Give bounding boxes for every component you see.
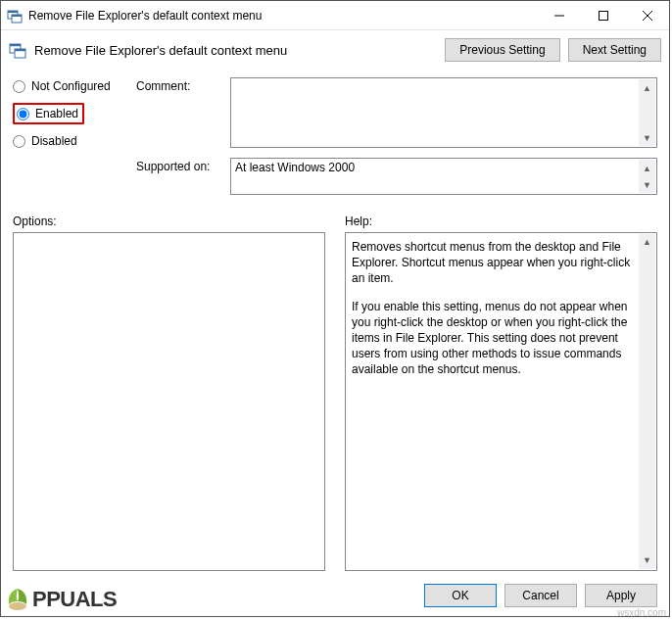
maximize-button[interactable] xyxy=(581,1,625,29)
scroll-up-icon[interactable]: ▲ xyxy=(639,160,655,176)
options-label: Options: xyxy=(13,215,325,228)
supported-on-value: At least Windows 2000 xyxy=(235,161,355,174)
radio-disabled-input[interactable] xyxy=(13,135,25,148)
svg-rect-11 xyxy=(15,49,25,51)
radio-disabled[interactable]: Disabled xyxy=(13,134,130,148)
radio-enabled-input[interactable] xyxy=(17,108,29,120)
radio-disabled-label: Disabled xyxy=(31,134,77,148)
previous-setting-button[interactable]: Previous Setting xyxy=(445,38,559,62)
window-title: Remove File Explorer's default context m… xyxy=(28,9,537,23)
brand-text: PPUALS xyxy=(32,587,117,612)
options-box xyxy=(13,232,325,571)
svg-rect-5 xyxy=(599,11,607,20)
radio-enabled[interactable]: Enabled xyxy=(13,103,84,124)
svg-rect-3 xyxy=(12,15,22,17)
policy-title: Remove File Explorer's default context m… xyxy=(34,43,437,58)
dialog-window: Remove File Explorer's default context m… xyxy=(0,0,670,617)
radio-enabled-label: Enabled xyxy=(35,107,78,120)
state-radio-group: Not Configured Enabled Disabled xyxy=(13,77,130,195)
help-paragraph: Removes shortcut menus from the desktop … xyxy=(352,239,635,287)
comment-textarea[interactable]: ▲ ▼ xyxy=(230,77,657,148)
help-paragraph: If you enable this setting, menus do not… xyxy=(352,299,635,378)
svg-point-12 xyxy=(9,602,26,610)
radio-not-configured-label: Not Configured xyxy=(31,79,111,93)
scroll-down-icon[interactable]: ▼ xyxy=(639,552,655,569)
scroll-down-icon[interactable]: ▼ xyxy=(639,129,655,146)
scroll-up-icon[interactable]: ▲ xyxy=(639,234,655,251)
policy-icon xyxy=(9,41,26,59)
dialog-footer: OK Cancel Apply PPUALS xyxy=(1,575,669,616)
scroll-up-icon[interactable]: ▲ xyxy=(639,79,655,96)
cancel-button[interactable]: Cancel xyxy=(504,584,577,607)
scrollbar[interactable]: ▲ ▼ xyxy=(639,79,655,146)
help-box: Removes shortcut menus from the desktop … xyxy=(345,232,657,571)
scrollbar[interactable]: ▲ ▼ xyxy=(639,234,655,569)
source-watermark: wsxdn.com xyxy=(617,607,666,618)
comment-label: Comment: xyxy=(136,77,224,93)
svg-rect-1 xyxy=(8,11,18,13)
titlebar: Remove File Explorer's default context m… xyxy=(1,1,669,30)
svg-rect-9 xyxy=(10,44,21,46)
minimize-button[interactable] xyxy=(537,1,581,29)
radio-not-configured-input[interactable] xyxy=(13,80,25,93)
lower-panels: Options: Help: Removes shortcut menus fr… xyxy=(1,201,669,575)
brand-watermark: PPUALS xyxy=(5,587,117,612)
radio-not-configured[interactable]: Not Configured xyxy=(13,79,130,93)
settings-grid: Not Configured Enabled Disabled Comment:… xyxy=(1,70,669,201)
policy-icon xyxy=(7,8,23,24)
supported-on-label: Supported on: xyxy=(136,154,224,195)
apply-button[interactable]: Apply xyxy=(585,584,657,607)
scrollbar[interactable]: ▲ ▼ xyxy=(639,160,655,193)
scroll-down-icon[interactable]: ▼ xyxy=(639,176,655,193)
supported-on-box: At least Windows 2000 ▲ ▼ xyxy=(230,158,657,195)
next-setting-button[interactable]: Next Setting xyxy=(568,38,661,62)
ok-button[interactable]: OK xyxy=(424,584,497,607)
close-button[interactable] xyxy=(625,1,669,29)
help-label: Help: xyxy=(345,215,657,228)
leaf-icon xyxy=(5,587,30,612)
subheader: Remove File Explorer's default context m… xyxy=(1,30,669,70)
